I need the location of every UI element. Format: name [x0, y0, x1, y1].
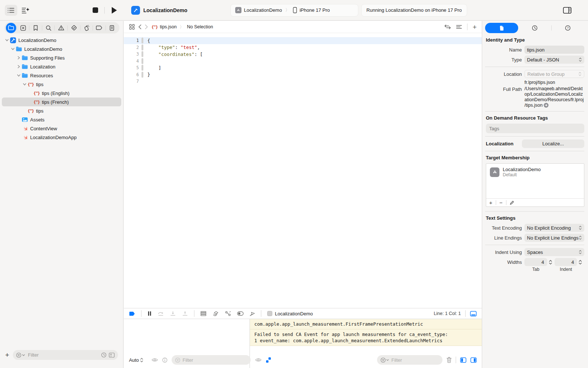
code-line-5[interactable]: 5 ] [124, 64, 482, 71]
toggle-console-view-button[interactable] [470, 357, 477, 363]
source-control-filter-icon[interactable] [109, 353, 115, 358]
tab-bookmarks[interactable] [30, 23, 42, 33]
step-into-button[interactable] [170, 311, 176, 316]
jump-bar-file[interactable]: tips.json [160, 24, 177, 29]
trash-icon[interactable] [447, 357, 452, 363]
code-text[interactable]: { [147, 38, 150, 43]
toggle-inspector-button[interactable] [561, 5, 573, 16]
tab-quick-help-inspector[interactable]: ? [551, 23, 584, 33]
toggle-debug-area-button[interactable] [470, 311, 477, 316]
tree-item-localizationdemo[interactable]: LocalizationDemo [2, 45, 121, 53]
back-button[interactable] [138, 24, 141, 29]
source-editor[interactable]: 1{2 "type": "test",3 "coordinates": [45 … [124, 33, 482, 308]
memory-graph-button[interactable] [212, 311, 219, 316]
name-field[interactable] [524, 46, 584, 54]
tab-reports[interactable] [106, 23, 118, 33]
code-line-3[interactable]: 3 "coordinates": [ [124, 51, 482, 58]
tree-item-tips-english[interactable]: {"}tips (English) [2, 89, 121, 98]
variables-scope-select[interactable]: Auto [129, 357, 143, 363]
code-line-7[interactable]: 7 [124, 78, 482, 85]
info-icon[interactable] [162, 357, 168, 363]
chevron-down-icon[interactable] [16, 74, 21, 77]
tree-item-tips[interactable]: {"}tips [2, 80, 121, 89]
running-process[interactable]: LocalizationDemo [267, 311, 313, 316]
tab-tests[interactable] [68, 23, 80, 33]
indent-width-stepper[interactable] [578, 259, 582, 265]
line-number[interactable]: 5 [124, 65, 139, 70]
tree-item-resources[interactable]: Resources [2, 71, 121, 80]
tags-field[interactable] [486, 124, 584, 133]
variables-filter-input[interactable] [183, 357, 247, 363]
run-destination[interactable]: iPhone 17 Pro [300, 7, 330, 13]
tree-item-contentview[interactable]: ContentView [2, 124, 121, 133]
code-text[interactable]: "coordinates": [ [147, 52, 203, 57]
editor-options-icon[interactable] [456, 25, 462, 29]
console-log-row-2[interactable]: Failed to send CA Event for app launch m… [250, 329, 482, 346]
toggle-variables-view-button[interactable] [460, 357, 466, 363]
remove-target-button[interactable]: − [499, 199, 503, 206]
recent-files-filter-icon[interactable] [101, 352, 107, 358]
chevron-down-icon[interactable] [10, 47, 15, 50]
line-endings-dropdown[interactable]: No Explicit Line Endings [524, 234, 584, 242]
tab-find[interactable] [43, 23, 54, 33]
chevron-down-icon[interactable] [4, 39, 10, 42]
eye-icon[interactable] [151, 358, 158, 362]
open-path-arrow-icon[interactable] [544, 103, 549, 108]
code-text[interactable]: "type": "test", [147, 45, 200, 50]
ai-assistant-button[interactable] [19, 5, 32, 16]
object-graph-button[interactable] [225, 311, 231, 316]
environment-overrides-button[interactable] [237, 311, 244, 316]
code-line-6[interactable]: 6} [124, 71, 482, 78]
chevron-right-icon[interactable] [16, 65, 21, 68]
code-text[interactable]: } [147, 72, 150, 77]
related-items-icon[interactable] [129, 24, 135, 30]
console-mode-icon[interactable] [266, 357, 271, 363]
view-hierarchy-button[interactable] [200, 311, 207, 316]
localize-button[interactable]: Localize... [522, 139, 584, 148]
tags-input[interactable] [489, 126, 581, 131]
line-number[interactable]: 3 [124, 52, 139, 57]
pause-button[interactable] [147, 311, 152, 316]
line-number[interactable]: 7 [124, 79, 139, 84]
tab-issues[interactable] [55, 23, 67, 33]
tree-item-localization[interactable]: Localization [2, 62, 121, 71]
tab-file-inspector[interactable] [485, 23, 518, 33]
line-number[interactable]: 2 [124, 45, 139, 50]
text-encoding-dropdown[interactable]: No Explicit Encoding [524, 224, 584, 232]
tab-width-field[interactable]: 4 [524, 258, 547, 266]
type-dropdown[interactable]: Default - JSON [524, 56, 584, 64]
tree-item-assets[interactable]: Assets [2, 115, 121, 124]
tab-project-navigator[interactable] [6, 23, 16, 33]
console-log-row-1[interactable]: com.apple.app_launch_measurement.FirstFr… [250, 319, 482, 329]
edit-target-button[interactable] [510, 201, 514, 205]
tree-item-supporting-files[interactable]: Supporting Files [2, 53, 121, 62]
console-log[interactable]: com.apple.app_launch_measurement.FirstFr… [250, 319, 482, 346]
add-file-button[interactable]: + [5, 351, 9, 358]
eye-icon[interactable] [255, 358, 262, 362]
navigator-filter-field[interactable] [13, 350, 118, 360]
tab-breakpoints[interactable] [93, 23, 105, 33]
step-over-button[interactable] [158, 311, 164, 316]
target-row[interactable]: LocalizationDemo Default [486, 164, 584, 180]
breakpoints-toggle-button[interactable] [129, 311, 135, 316]
navigator-filter-input[interactable] [28, 352, 99, 358]
tree-item-localizationdemoapp[interactable]: LocalizationDemoApp [2, 133, 121, 142]
tab-width-stepper[interactable] [549, 259, 552, 265]
tab-history-inspector[interactable] [518, 23, 551, 33]
line-number[interactable]: 6 [124, 72, 139, 77]
chevron-right-icon[interactable] [16, 56, 21, 60]
chevron-down-icon[interactable] [22, 83, 27, 86]
indent-width-field[interactable]: 4 [555, 258, 577, 266]
forward-button[interactable] [145, 24, 148, 29]
console-filter-field[interactable] [377, 355, 442, 365]
add-editor-button[interactable]: + [473, 24, 477, 31]
toggle-navigator-button[interactable] [5, 5, 17, 16]
code-text[interactable]: ] [147, 65, 161, 71]
variables-filter-field[interactable] [172, 355, 251, 365]
scheme-name[interactable]: LocalizationDemo [244, 7, 282, 13]
add-target-button[interactable]: + [489, 199, 492, 206]
indent-using-dropdown[interactable]: Spaces [524, 248, 584, 256]
stop-button[interactable] [89, 5, 101, 16]
tree-item-localizationdemo[interactable]: LocalizationDemo [2, 36, 121, 45]
run-button[interactable] [108, 5, 120, 16]
